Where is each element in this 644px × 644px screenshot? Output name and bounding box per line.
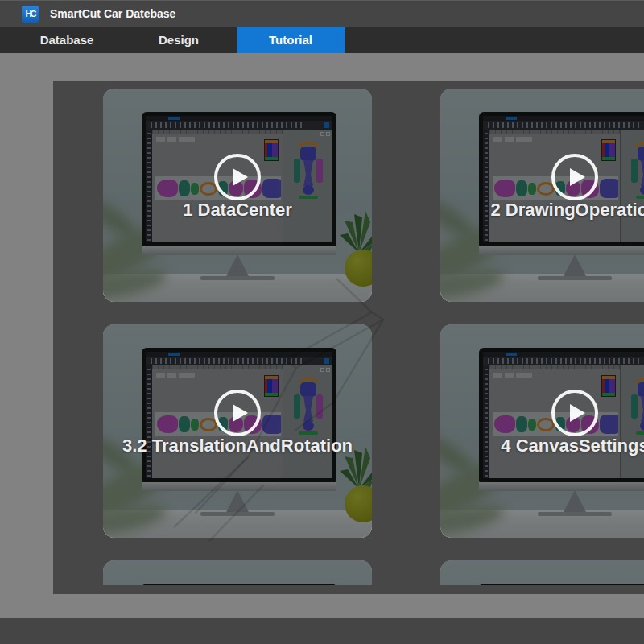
tab-database[interactable]: Database (13, 27, 121, 53)
bottom-bar (0, 618, 644, 644)
play-button[interactable] (551, 154, 598, 200)
play-icon (570, 404, 585, 422)
title-bar: HC SmartCut Car Datebase (0, 0, 644, 27)
dark-overlay (103, 560, 372, 585)
play-icon (233, 404, 248, 422)
tutorial-card[interactable] (103, 560, 372, 585)
app-logo-icon: HC (22, 6, 39, 23)
play-button[interactable] (214, 390, 261, 436)
tutorial-title: 3.2 TranslationAndRotation (103, 436, 372, 456)
tutorial-card[interactable]: 1 DataCenter (103, 89, 372, 302)
play-icon (570, 168, 585, 186)
tutorial-title: 1 DataCenter (103, 200, 372, 221)
tab-design[interactable]: Design (125, 27, 233, 53)
dark-overlay (440, 560, 644, 585)
tutorial-card[interactable]: 4 CanvasSettings (440, 324, 644, 538)
dark-overlay (440, 324, 644, 538)
tutorial-card[interactable] (440, 560, 644, 585)
tutorial-card[interactable]: 2 DrawingOperation (440, 89, 644, 302)
window-title: SmartCut Car Datebase (50, 7, 175, 20)
dark-overlay (440, 89, 644, 302)
tutorial-title: 2 DrawingOperation (440, 200, 644, 221)
play-button[interactable] (551, 390, 598, 436)
tutorial-title: 4 CanvasSettings (440, 436, 644, 456)
tutorial-card[interactable]: 3.2 TranslationAndRotation (103, 324, 372, 538)
tutorial-panel: 1 DataCenter (53, 80, 644, 594)
play-icon (233, 168, 248, 186)
tab-tutorial[interactable]: Tutorial (237, 27, 345, 53)
play-button[interactable] (214, 154, 261, 200)
tab-bar: Database Design Tutorial (0, 27, 644, 53)
tutorial-grid-viewport[interactable]: 1 DataCenter (53, 80, 644, 585)
